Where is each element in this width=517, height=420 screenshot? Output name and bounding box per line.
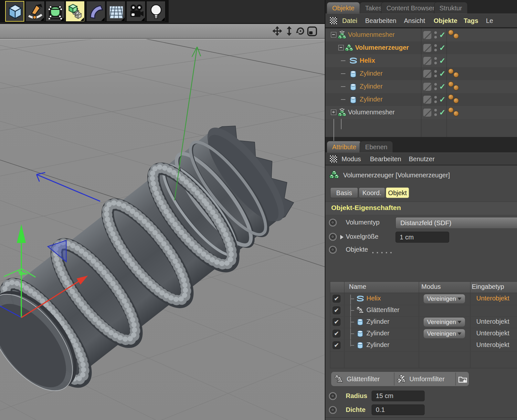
deformer-tool[interactable] bbox=[86, 1, 105, 22]
tag-ball[interactable] bbox=[448, 107, 454, 113]
keyframe-ring[interactable] bbox=[329, 246, 337, 254]
tab-attribute[interactable]: Attribute bbox=[327, 141, 362, 152]
expand-toggle[interactable] bbox=[331, 110, 336, 115]
layer-swatch[interactable] bbox=[423, 70, 431, 78]
expand-triangle-icon[interactable] bbox=[340, 235, 343, 239]
row-checkbox[interactable]: ✔ bbox=[332, 318, 341, 326]
menu-lesezeichen[interactable]: Le bbox=[486, 14, 493, 27]
row-checkbox[interactable]: ✔ bbox=[332, 306, 341, 314]
keyframe-ring[interactable] bbox=[329, 219, 337, 226]
dichte-field[interactable]: 0.1 bbox=[372, 404, 425, 415]
tab-content-browser[interactable]: Content Browser bbox=[381, 2, 440, 14]
enabled-check[interactable]: ✓ bbox=[439, 82, 446, 91]
add-umformfilter-button[interactable]: Umformfilter bbox=[395, 372, 455, 386]
voxel-size-field[interactable]: 1 cm bbox=[396, 232, 449, 243]
maximize-view-icon[interactable] bbox=[307, 26, 317, 37]
enabled-check[interactable]: ✓ bbox=[439, 108, 446, 117]
mode-tab-objekt[interactable]: Objekt bbox=[386, 187, 409, 198]
tag-ball[interactable] bbox=[448, 30, 454, 35]
tag-ball[interactable] bbox=[453, 98, 459, 103]
enabled-check[interactable]: ✓ bbox=[439, 43, 446, 52]
keyframe-ring[interactable] bbox=[329, 406, 337, 414]
collapse-toggle[interactable] bbox=[338, 45, 344, 50]
attribute-tabs: Attribute Ebenen bbox=[325, 139, 517, 152]
rotate-view-icon[interactable] bbox=[296, 26, 305, 36]
cylinder-icon bbox=[349, 69, 357, 78]
menu-objekte[interactable]: Objekte bbox=[434, 14, 457, 27]
menu-datei[interactable]: Datei bbox=[342, 14, 357, 27]
mode-tab-basis[interactable]: Basis bbox=[330, 187, 358, 198]
light-tool[interactable] bbox=[146, 1, 165, 22]
move-cube-tool[interactable] bbox=[5, 1, 24, 22]
col-name[interactable]: Name bbox=[349, 283, 366, 290]
zoom-view-icon[interactable] bbox=[284, 26, 294, 36]
panel-menu-icon[interactable] bbox=[330, 17, 337, 24]
cylinder-icon bbox=[349, 82, 357, 91]
tab-ebenen[interactable]: Ebenen bbox=[360, 141, 393, 152]
objekte-row: Objekte bbox=[325, 244, 517, 257]
layer-swatch[interactable] bbox=[423, 96, 431, 104]
mode-tab-koord[interactable]: Koord. bbox=[359, 187, 385, 198]
light-bulb-icon bbox=[149, 4, 163, 19]
volume-builder-tool[interactable] bbox=[66, 1, 85, 22]
menu-ansicht[interactable]: Ansicht bbox=[404, 14, 425, 27]
tag-ball[interactable] bbox=[453, 72, 459, 78]
menu-tags[interactable]: Tags bbox=[464, 14, 478, 27]
menu-bearbeiten[interactable]: Bearbeiten bbox=[370, 153, 401, 166]
add-folder-button[interactable] bbox=[456, 372, 469, 386]
radius-row: Radius 15 cm bbox=[325, 390, 517, 403]
keyframe-ring[interactable] bbox=[329, 233, 337, 241]
subdivision-surface-tool[interactable] bbox=[46, 1, 65, 22]
layer-swatch[interactable] bbox=[423, 109, 431, 117]
keyframe-ring[interactable] bbox=[329, 392, 337, 400]
spline-pen-tool[interactable] bbox=[26, 1, 45, 22]
layer-swatch[interactable] bbox=[423, 83, 431, 91]
layer-swatch[interactable] bbox=[423, 57, 431, 65]
menu-benutzer[interactable]: Benutzer bbox=[409, 153, 435, 166]
table-row-zylinder-2[interactable]: ✔ Zylinder Vereinigen Unterobjekt bbox=[330, 328, 517, 340]
layer-swatch[interactable] bbox=[423, 31, 431, 39]
tab-objekte[interactable]: Objekte bbox=[327, 2, 360, 14]
table-row-helix[interactable]: ✔ Helix Vereinigen Unterobjekt bbox=[330, 293, 517, 305]
col-eingabetyp[interactable]: Eingabetyp bbox=[472, 283, 504, 290]
col-modus[interactable]: Modus bbox=[421, 283, 441, 290]
pan-view-icon[interactable] bbox=[272, 26, 282, 36]
menu-modus[interactable]: Modus bbox=[342, 153, 361, 166]
volumentyp-dropdown[interactable]: Distanzfeld (SDF) bbox=[396, 217, 517, 229]
radius-field[interactable]: 15 cm bbox=[372, 391, 425, 401]
enabled-check[interactable]: ✓ bbox=[439, 30, 446, 39]
cube-icon bbox=[8, 4, 22, 20]
tag-ball[interactable] bbox=[453, 85, 459, 90]
table-row-zylinder-3[interactable]: ✔ Zylinder Unterobjekt bbox=[330, 340, 517, 352]
row-checkbox[interactable]: ✔ bbox=[332, 330, 341, 338]
helix-icon bbox=[349, 57, 357, 65]
enabled-check[interactable]: ✓ bbox=[439, 69, 446, 78]
panel-menu-icon[interactable] bbox=[330, 155, 337, 163]
row-checkbox[interactable]: ✔ bbox=[332, 295, 341, 303]
row-checkbox[interactable]: ✔ bbox=[332, 341, 341, 349]
attribute-menubar: Modus Bearbeiten Benutzer bbox=[325, 152, 517, 165]
floor-environment-tool[interactable] bbox=[106, 1, 125, 22]
table-row-zylinder-1[interactable]: ✔ Zylinder Vereinigen Unterobjekt bbox=[330, 316, 517, 328]
tag-ball[interactable] bbox=[448, 81, 454, 87]
tag-ball[interactable] bbox=[448, 94, 454, 100]
add-glaettenfilter-button[interactable]: Glättenfilter bbox=[331, 372, 393, 386]
collapse-toggle[interactable] bbox=[331, 32, 336, 37]
enabled-check[interactable]: ✓ bbox=[439, 95, 446, 104]
tag-ball[interactable] bbox=[448, 68, 454, 74]
tag-ball[interactable] bbox=[453, 33, 459, 39]
layer-swatch[interactable] bbox=[423, 44, 431, 52]
menu-bearbeiten[interactable]: Bearbeiten bbox=[365, 14, 396, 27]
section-objekt-eigenschaften[interactable]: Objekt-Eigenschaften bbox=[325, 202, 517, 215]
modus-dropdown[interactable]: Vereinigen bbox=[423, 294, 465, 304]
voxelgroesse-row: Voxelgröße 1 cm bbox=[325, 231, 517, 244]
floor-grid-icon bbox=[109, 4, 124, 19]
viewport-canvas[interactable] bbox=[0, 39, 325, 420]
enabled-check[interactable]: ✓ bbox=[439, 56, 446, 65]
camera-tool[interactable] bbox=[126, 1, 145, 22]
tab-struktur[interactable]: Struktur bbox=[434, 2, 468, 14]
table-row-glaettenfilter[interactable]: ✔ Glättenfilter bbox=[330, 305, 517, 317]
modus-dropdown[interactable]: Vereinigen bbox=[423, 329, 465, 339]
modus-dropdown[interactable]: Vereinigen bbox=[423, 317, 465, 327]
tag-ball[interactable] bbox=[453, 111, 459, 116]
